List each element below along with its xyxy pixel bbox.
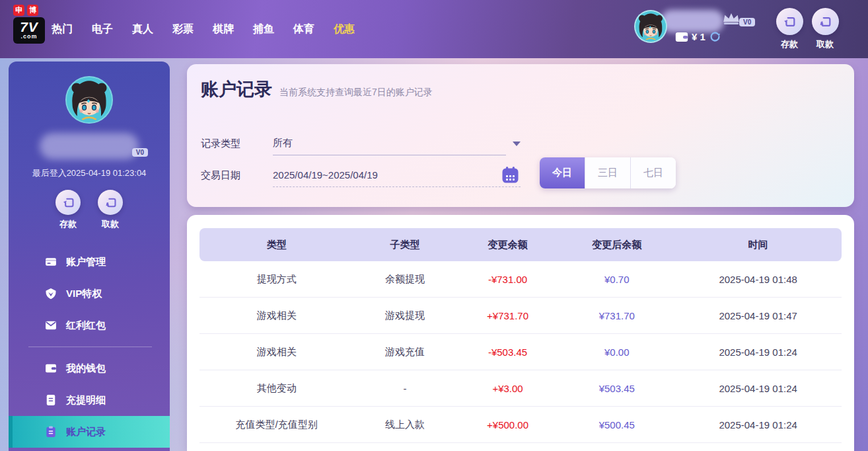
record-type-select[interactable]: 所有	[273, 132, 506, 155]
deposit-label: 存款	[55, 218, 81, 230]
withdraw-button[interactable]: 取款	[98, 190, 123, 230]
cell-time: 2025-04-19 01:48	[674, 274, 842, 285]
withdraw-button[interactable]: 取款	[805, 8, 845, 50]
cell-balance-after: ¥0.00	[559, 347, 674, 358]
cell-change-amount: -¥503.45	[456, 347, 560, 358]
clipboard-icon	[44, 425, 57, 438]
sidebar-item-bonus[interactable]: 红利红包	[9, 309, 170, 341]
balance-row: ¥ 1	[675, 30, 721, 43]
main-nav: 热门 电子 真人 彩票 棋牌 捕鱼 体育 优惠	[52, 0, 374, 58]
sidebar-menu: 账户管理 VIP特权 红利红包 我的钱包	[9, 246, 170, 448]
tab-today[interactable]: 今日	[540, 157, 585, 188]
cell-subtype: 线上入款	[353, 419, 456, 431]
date-range-input[interactable]: 2025/04/19~2025/04/19	[273, 163, 521, 187]
cell-type: 充值类型/充值型别	[199, 419, 353, 431]
sidebar-item-account-management[interactable]: 账户管理	[9, 246, 170, 278]
sidebar-item-label: VIP特权	[66, 288, 102, 300]
nav-item-sports[interactable]: 体育	[293, 22, 314, 36]
tab-three-days[interactable]: 三日	[585, 157, 631, 188]
logo-main: 7V .com	[13, 17, 45, 44]
cell-change-amount: +¥500.00	[456, 419, 560, 430]
page-content: V0 最后登入2025-04-19 01:23:04 存款 取款	[0, 58, 868, 451]
calendar-icon[interactable]	[501, 166, 519, 186]
avatar-image	[67, 77, 112, 122]
withdraw-label: 取款	[98, 218, 123, 230]
sidebar-item-account-records[interactable]: 账户记录	[9, 416, 170, 448]
records-table-card: 类型 子类型 变更余额 变更后余额 时间 提现方式 余额提现 -¥731.00 …	[187, 215, 854, 451]
cell-type: 提现方式	[199, 273, 353, 286]
sidebar-item-my-wallet[interactable]: 我的钱包	[9, 352, 170, 384]
balance-amount: ¥ 1	[692, 31, 705, 42]
cell-type: 游戏相关	[199, 346, 353, 358]
nav-item-cards[interactable]: 棋牌	[213, 22, 234, 36]
deposit-button[interactable]: 存款	[55, 190, 81, 230]
cell-change-amount: -¥731.00	[456, 274, 560, 285]
avatar-image	[635, 11, 666, 42]
table-header-row: 类型 子类型 变更余额 变更后余额 时间	[199, 228, 842, 261]
nav-item-slots[interactable]: 电子	[92, 22, 113, 36]
page-title-row: 账户记录 当前系统支持查询最近7日的账户记录	[201, 77, 433, 101]
column-header-balance-after: 变更后余额	[559, 239, 674, 251]
deposit-icon	[55, 190, 81, 215]
sidebar-divider	[28, 347, 152, 347]
cell-time: 2025-04-19 01:24	[674, 347, 842, 358]
table-row: 游戏相关 游戏提现 +¥731.70 ¥731.70 2025-04-19 01…	[199, 298, 842, 334]
cell-subtype: -	[353, 383, 456, 394]
records-filter-card: 账户记录 当前系统支持查询最近7日的账户记录 记录类型 所有 交易日期 2025…	[187, 64, 854, 207]
envelope-icon	[44, 319, 57, 332]
sidebar-item-transaction-details[interactable]: 充提明细	[9, 384, 170, 416]
username-blurred	[661, 10, 724, 32]
cell-subtype: 余额提现	[353, 273, 456, 286]
user-avatar[interactable]	[634, 10, 667, 43]
deposit-label: 存款	[770, 38, 809, 50]
date-range-value: 2025/04/19~2025/04/19	[273, 169, 378, 181]
cell-time: 2025-04-19 01:24	[674, 383, 842, 394]
nav-item-live[interactable]: 真人	[132, 22, 153, 36]
bank-card-icon	[44, 255, 57, 268]
refresh-icon[interactable]	[709, 30, 721, 43]
table-row: 其他变动 - +¥3.00 ¥503.45 2025-04-19 01:24	[199, 370, 842, 407]
table-row: 提现方式 余额提现 -¥731.00 ¥0.70 2025-04-19 01:4…	[199, 261, 842, 298]
withdraw-icon	[812, 8, 839, 35]
page-title: 账户记录	[201, 77, 272, 101]
deposit-button[interactable]: 存款	[770, 8, 809, 50]
sidebar-avatar	[65, 76, 113, 124]
wallet-icon	[44, 362, 57, 375]
logo-badge-bo: 博	[27, 5, 38, 16]
sidebar-quick-actions: 存款 取款	[9, 190, 170, 230]
table-row: 充值类型/充值型别 线上入款 +¥500.00 ¥500.45 2025-04-…	[199, 407, 842, 443]
logo-com-text: .com	[13, 34, 45, 40]
logo-7v-text: 7V	[13, 20, 45, 34]
nav-item-fishing[interactable]: 捕鱼	[253, 22, 274, 36]
logo-badge-shen: 申	[13, 5, 24, 16]
crown-icon	[721, 11, 741, 26]
cell-time: 2025-04-19 01:47	[674, 310, 842, 321]
cell-change-amount: +¥731.70	[456, 310, 560, 321]
username-blurred	[40, 133, 139, 159]
nav-item-promo[interactable]: 优惠	[334, 22, 355, 36]
chevron-down-icon	[513, 142, 521, 146]
cell-time: 2025-04-19 01:24	[674, 419, 842, 430]
column-header-type: 类型	[199, 239, 353, 251]
sidebar-item-vip[interactable]: VIP特权	[9, 278, 170, 309]
cell-balance-after: ¥0.70	[559, 274, 674, 285]
top-bar: 申 博 7V .com 热门 电子 真人 彩票 棋牌 捕鱼 体育 优惠 ¥ 1	[0, 0, 868, 58]
sidebar: V0 最后登入2025-04-19 01:23:04 存款 取款	[9, 62, 170, 451]
sidebar-item-label: 账户管理	[66, 256, 106, 268]
tab-seven-days[interactable]: 七日	[631, 157, 676, 188]
site-logo[interactable]: 申 博 7V .com	[13, 5, 48, 44]
date-filter-row: 交易日期 2025/04/19~2025/04/19	[201, 163, 521, 187]
nav-item-hot[interactable]: 热门	[52, 22, 73, 36]
cell-balance-after: ¥503.45	[559, 383, 674, 394]
sidebar-item-label: 充提明细	[66, 394, 106, 407]
deposit-icon	[776, 8, 803, 35]
column-header-time: 时间	[674, 239, 842, 251]
cell-change-amount: +¥3.00	[456, 383, 560, 394]
logo-badges: 申 博	[13, 5, 48, 16]
vip-shield-icon	[44, 287, 57, 300]
document-icon	[44, 393, 57, 407]
column-header-change: 变更余额	[456, 239, 560, 251]
nav-item-lottery[interactable]: 彩票	[172, 22, 194, 36]
date-range-label: 交易日期	[201, 169, 273, 182]
cell-balance-after: ¥731.70	[559, 310, 674, 321]
